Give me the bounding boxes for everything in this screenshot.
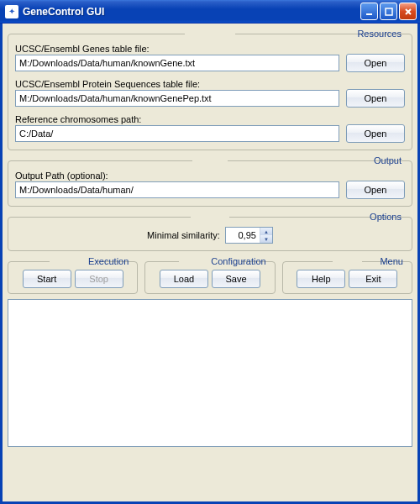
chrom-open-button[interactable]: Open <box>346 124 405 143</box>
output-path-input[interactable] <box>15 181 339 198</box>
resources-legend: Resources <box>354 29 405 39</box>
app-icon: ✦ <box>5 5 18 18</box>
svg-rect-0 <box>366 13 372 15</box>
genes-file-label: UCSC/Ensembl Genes table file: <box>15 44 405 54</box>
chrom-path-label: Reference chromosomes path: <box>15 114 405 124</box>
configuration-legend: Configuration <box>207 256 269 266</box>
load-button[interactable]: Load <box>160 270 208 288</box>
stop-button[interactable]: Stop <box>75 270 123 288</box>
resources-group: Resources UCSC/Ensembl Genes table file:… <box>8 29 412 150</box>
protein-file-input[interactable] <box>15 90 339 107</box>
window-buttons <box>360 3 417 20</box>
maximize-button[interactable] <box>380 3 397 20</box>
titlebar: ✦ GeneControl GUI <box>0 0 420 24</box>
genes-file-input[interactable] <box>15 55 339 71</box>
options-legend: Options <box>366 212 405 222</box>
output-open-button[interactable]: Open <box>346 181 405 199</box>
menu-group: Menu Help Exit <box>282 256 412 294</box>
similarity-down-button[interactable]: ▼ <box>260 235 272 243</box>
similarity-input[interactable] <box>226 228 260 243</box>
output-path-label: Output Path (optional): <box>15 171 405 181</box>
similarity-up-button[interactable]: ▲ <box>260 228 272 235</box>
similarity-spinner[interactable]: ▲ ▼ <box>225 227 273 244</box>
help-button[interactable]: Help <box>297 270 345 288</box>
save-button[interactable]: Save <box>212 270 260 288</box>
window-title: GeneControl GUI <box>23 6 360 18</box>
menu-legend: Menu <box>376 256 407 266</box>
output-legend: Output <box>370 155 405 165</box>
client-area: Resources UCSC/Ensembl Genes table file:… <box>0 24 420 504</box>
options-group: Options Minimal similarity: ▲ ▼ <box>8 212 412 251</box>
chrom-path-input[interactable] <box>15 125 339 142</box>
execution-legend: Execution <box>85 256 132 266</box>
close-button[interactable] <box>399 3 417 20</box>
configuration-group: Configuration Load Save <box>144 256 275 294</box>
start-button[interactable]: Start <box>23 270 71 288</box>
genes-open-button[interactable]: Open <box>346 54 405 72</box>
similarity-label: Minimal similarity: <box>147 230 220 240</box>
minimize-button[interactable] <box>360 3 378 20</box>
svg-rect-1 <box>386 8 392 15</box>
exit-button[interactable]: Exit <box>349 270 397 288</box>
protein-file-label: UCSC/Ensembl Protein Sequences table fil… <box>15 79 405 89</box>
log-textarea[interactable] <box>8 299 412 447</box>
execution-group: Execution Start Stop <box>8 256 138 294</box>
output-group: Output Output Path (optional): Open <box>8 155 412 207</box>
protein-open-button[interactable]: Open <box>346 89 405 108</box>
